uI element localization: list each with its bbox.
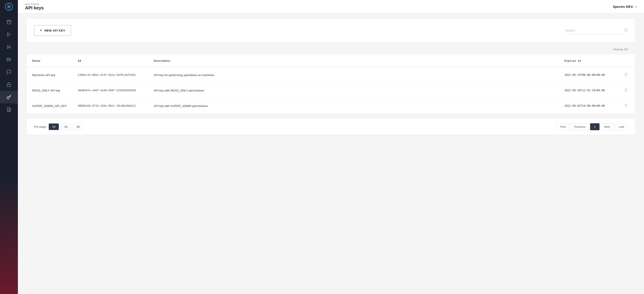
- sidebar-item-skip-forward[interactable]: [0, 41, 18, 53]
- cell-name-0: Machines API key: [27, 67, 72, 83]
- svg-point-13: [7, 59, 8, 60]
- cell-id-0: 2368ec33-0bba-414f-bb2a-5df0c2bf4261: [72, 67, 148, 83]
- search-area: [565, 27, 628, 34]
- first-button[interactable]: First: [556, 123, 570, 130]
- table-header: Name Id Description Expires at: [27, 55, 635, 67]
- per-page-50[interactable]: 50: [73, 124, 83, 130]
- previous-button[interactable]: Previous: [570, 123, 590, 130]
- app-name: Auto Patcher: [25, 3, 44, 5]
- svg-rect-15: [7, 84, 11, 87]
- col-header-action: [617, 55, 635, 67]
- svg-line-20: [626, 31, 627, 31]
- new-api-key-label: NEW API KEY: [44, 29, 65, 32]
- sidebar-nav: [0, 14, 18, 294]
- col-header-description: Description: [148, 55, 559, 67]
- logo[interactable]: [0, 0, 18, 14]
- table-row: READ_ONLY API key 38d044fa-e4df-4a30-b60…: [27, 83, 635, 98]
- cell-expires-1: 2022-09-28T12:55:19+00:00: [559, 83, 617, 98]
- table-row: Machines API key 2368ec33-0bba-414f-bb2a…: [27, 67, 635, 83]
- user-name: Spectre DEV.: [613, 5, 634, 9]
- cell-action-2: [617, 98, 635, 114]
- sidebar-item-play[interactable]: [0, 28, 18, 41]
- cell-action-0: [617, 67, 635, 83]
- next-button[interactable]: Next: [600, 123, 614, 130]
- col-header-id: Id: [72, 55, 148, 67]
- user-menu-chevron[interactable]: ▾: [635, 5, 637, 9]
- sidebar-item-list[interactable]: [0, 53, 18, 66]
- search-input[interactable]: [565, 27, 628, 34]
- table-header-row: Name Id Description Expires at: [27, 55, 635, 67]
- last-button[interactable]: Last: [615, 123, 628, 130]
- delete-button-1[interactable]: [622, 87, 630, 94]
- cell-name-1: READ_ONLY API key: [27, 83, 72, 98]
- pagination-bar: Per page: 10 20 50 First Previous 1 Next…: [27, 119, 635, 135]
- delete-button-0[interactable]: [622, 72, 630, 78]
- cell-description-0: API key for performing operations on mac…: [148, 67, 559, 83]
- cell-description-1: API key with READ_ONLY permissions: [148, 83, 559, 98]
- svg-marker-7: [8, 46, 10, 49]
- topbar-right: Spectre DEV. ▾: [613, 5, 637, 9]
- sidebar-item-lock[interactable]: [0, 78, 18, 91]
- col-header-expires: Expires at: [559, 55, 617, 67]
- cell-id-1: 38d044fa-e4df-4a30-b60f-525b2bd93820: [72, 83, 148, 98]
- cell-description-2: API key with SUPER_ADMIN permissions: [148, 98, 559, 114]
- topbar-left: Auto Patcher API keys: [25, 3, 44, 11]
- per-page-label: Per page:: [34, 125, 46, 128]
- sidebar-item-api-keys[interactable]: [0, 91, 18, 103]
- page-title: API keys: [25, 5, 44, 11]
- sidebar: [0, 0, 18, 294]
- main-layout: Auto Patcher API keys Spectre DEV. ▾ + N…: [18, 0, 644, 294]
- table-row: SUPER_ADMIN_API_KEY 5089ba5b-6f19-438a-8…: [27, 98, 635, 114]
- main-content: + NEW API KEY Viewing 3/3 Name: [18, 14, 644, 294]
- viewing-bar: Viewing 3/3: [27, 46, 635, 55]
- cell-expires-0: 2022-09-15T08:00:00+00:00: [559, 67, 617, 83]
- sidebar-item-document[interactable]: [0, 103, 18, 116]
- col-header-name: Name: [27, 55, 72, 67]
- delete-button-2[interactable]: [622, 103, 630, 109]
- api-keys-table: Name Id Description Expires at Machines …: [27, 55, 635, 113]
- page-nav: First Previous 1 Next Last: [556, 123, 628, 130]
- cell-id-2: 5089ba5b-6f19-438a-892c-18cd6e4bbd12: [72, 98, 148, 114]
- cell-expires-2: 2022-08-03T10:00:00+00:00: [559, 98, 617, 114]
- search-button[interactable]: [624, 28, 628, 33]
- per-page-20[interactable]: 20: [61, 124, 71, 130]
- new-api-key-button[interactable]: + NEW API KEY: [34, 25, 71, 36]
- svg-point-14: [7, 60, 8, 61]
- per-page-section: Per page: 10 20 50: [34, 124, 83, 130]
- table-body: Machines API key 2368ec33-0bba-414f-bb2a…: [27, 67, 635, 113]
- page-1-button[interactable]: 1: [590, 123, 599, 130]
- table-card: Name Id Description Expires at Machines …: [27, 55, 635, 113]
- plus-icon: +: [40, 28, 42, 33]
- sidebar-item-chat[interactable]: [0, 66, 18, 78]
- svg-point-1: [8, 5, 10, 8]
- cell-action-1: [617, 83, 635, 98]
- cell-name-2: SUPER_ADMIN_API_KEY: [27, 98, 72, 114]
- toolbar-card: + NEW API KEY: [27, 19, 635, 42]
- svg-rect-2: [7, 20, 11, 24]
- viewing-count: Viewing 3/3: [613, 48, 628, 51]
- svg-point-12: [7, 58, 8, 59]
- svg-marker-6: [8, 33, 10, 37]
- topbar: Auto Patcher API keys Spectre DEV. ▾: [18, 0, 644, 14]
- sidebar-item-calendar[interactable]: [0, 16, 18, 28]
- per-page-10[interactable]: 10: [49, 124, 58, 130]
